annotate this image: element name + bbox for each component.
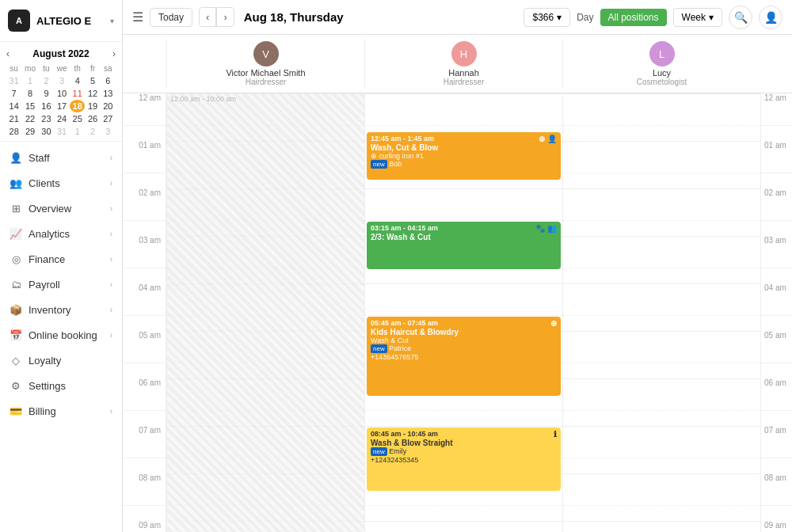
appt-time: 🐾 👥03:15 am - 04:15 am — [371, 224, 557, 232]
online-booking-icon: 📅 — [10, 329, 22, 341]
time-slot: 03 am — [123, 236, 166, 268]
cal-day[interactable]: 26 — [85, 112, 100, 125]
appt-icons: ℹ — [554, 430, 557, 439]
cal-day[interactable]: 9 — [39, 87, 54, 100]
cal-day[interactable]: 10 — [54, 87, 70, 100]
sidebar-chevron-icon[interactable]: ▾ — [110, 17, 114, 25]
nav-item-left: 👤 Staff — [10, 151, 50, 164]
time-label: 02 am — [764, 188, 786, 197]
staff-name: Lucy — [653, 68, 671, 78]
cal-day[interactable]: 4 — [70, 74, 85, 87]
prev-date-button[interactable]: ‹ — [199, 7, 216, 27]
overview-icon: ⊞ — [10, 202, 22, 215]
cal-day[interactable]: 21 — [6, 112, 21, 125]
cal-day[interactable]: 24 — [54, 112, 70, 125]
profile-button[interactable]: 👤 — [759, 6, 782, 29]
week-button[interactable]: Week ▾ — [673, 8, 722, 27]
calendar-body[interactable]: 12 am01 am02 am03 am04 am05 am06 am07 am… — [123, 93, 792, 532]
cal-day[interactable]: 22 — [21, 112, 39, 125]
cal-prev-button[interactable]: ‹ — [6, 48, 10, 59]
topbar-right: $366 ▾ Day All positions Week ▾ 🔍 👤 — [524, 6, 782, 29]
hour-line — [563, 236, 760, 268]
clients-icon: 👥 — [10, 177, 22, 189]
cal-day[interactable]: 15 — [21, 100, 39, 112]
sidebar-item-settings[interactable]: ⚙ Settings — [0, 373, 122, 398]
time-label: 12 am — [764, 93, 786, 102]
sidebar-item-clients[interactable]: 👥 Clients › — [0, 170, 122, 196]
cal-day[interactable]: 14 — [6, 100, 21, 112]
appointment-block[interactable]: ℹ08:45 am - 10:45 am Wash & Blow Straigh… — [367, 428, 561, 491]
cal-day[interactable]: 19 — [85, 100, 100, 112]
cal-day[interactable]: 28 — [6, 125, 21, 138]
cal-day[interactable]: 12 — [85, 87, 100, 100]
half-hour-line — [123, 315, 166, 331]
cal-day[interactable]: 3 — [101, 125, 116, 138]
hour-line — [563, 93, 760, 125]
cal-day[interactable]: 23 — [39, 112, 54, 125]
cal-day[interactable]: 31 — [6, 74, 21, 87]
cal-weekday: su — [6, 63, 21, 74]
nav-chevron-icon: › — [110, 306, 112, 314]
menu-button[interactable]: ☰ — [132, 10, 143, 25]
cal-weekday: fr — [85, 63, 100, 74]
hour-line — [563, 141, 760, 173]
cal-day[interactable]: 18 — [70, 100, 85, 112]
appt-icons: ⊕ — [550, 319, 557, 328]
week-arrow-icon: ▾ — [709, 12, 714, 23]
sidebar-item-analytics[interactable]: 📈 Analytics › — [0, 221, 122, 246]
time-label: 06 am — [764, 378, 786, 387]
cal-day[interactable]: 5 — [85, 74, 100, 87]
cal-day[interactable]: 30 — [39, 125, 54, 138]
sidebar-item-staff[interactable]: 👤 Staff › — [0, 145, 122, 170]
cal-day[interactable]: 29 — [21, 125, 39, 138]
staff-row: V Victor Michael Smith Hairdresser H Han… — [123, 35, 792, 93]
date-title: Aug 18, Thursday — [244, 10, 518, 24]
cal-day[interactable]: 17 — [54, 100, 70, 112]
nav-chevron-icon: › — [110, 255, 112, 264]
next-date-button[interactable]: › — [216, 7, 234, 27]
sidebar-item-payroll[interactable]: 🗂 Payroll › — [0, 272, 122, 297]
sidebar-item-overview[interactable]: ⊞ Overview › — [0, 196, 122, 221]
cal-day[interactable]: 11 — [70, 87, 85, 100]
cal-next-button[interactable]: › — [112, 48, 116, 59]
sidebar-item-finance[interactable]: ◎ Finance › — [0, 246, 122, 272]
time-slot: 09 am — [761, 521, 792, 532]
inventory-icon: 📦 — [10, 303, 22, 316]
cal-day[interactable]: 3 — [54, 74, 70, 87]
cal-day[interactable]: 2 — [39, 74, 54, 87]
staff-col-hannah: H Hannah Hairdresser — [364, 40, 562, 88]
today-button[interactable]: Today — [150, 8, 192, 27]
half-hour-line — [123, 173, 166, 188]
cal-day[interactable]: 31 — [54, 125, 70, 138]
positions-button[interactable]: All positions — [600, 9, 667, 26]
cal-day[interactable]: 1 — [70, 125, 85, 138]
half-line — [365, 410, 562, 426]
cal-day[interactable]: 20 — [101, 100, 116, 112]
nav-item-left: 📦 Inventory — [10, 303, 70, 316]
sidebar-item-billing[interactable]: 💳 Billing › — [0, 398, 122, 424]
time-label: 09 am — [764, 521, 786, 530]
cal-day[interactable]: 13 — [101, 87, 116, 100]
time-label: 01 am — [139, 141, 161, 150]
cal-day[interactable]: 27 — [101, 112, 116, 125]
cal-day[interactable]: 7 — [6, 87, 21, 100]
cal-day[interactable]: 2 — [85, 125, 100, 138]
staff-time-spacer — [123, 40, 166, 88]
sidebar-item-inventory[interactable]: 📦 Inventory › — [0, 297, 122, 322]
time-label: 06 am — [139, 378, 161, 387]
sidebar-item-online-booking[interactable]: 📅 Online booking › — [0, 322, 122, 348]
cal-day[interactable]: 1 — [21, 74, 39, 87]
cal-day[interactable]: 16 — [39, 100, 54, 112]
cal-day[interactable]: 8 — [21, 87, 39, 100]
cal-grid: sumotuwethfrsa 3112345678910111213141516… — [6, 63, 116, 138]
time-label: 07 am — [764, 426, 786, 435]
search-button[interactable]: 🔍 — [729, 6, 752, 29]
appointment-block[interactable]: 🐾 👥03:15 am - 04:15 am 2/3: Wash & Cut — [367, 222, 561, 269]
sidebar-item-loyalty[interactable]: ◇ Loyalty — [0, 348, 122, 373]
cal-day[interactable]: 6 — [101, 74, 116, 87]
appointment-block[interactable]: ⊕05:45 am - 07:45 am Kids Haircut & Blow… — [367, 317, 561, 396]
cal-day[interactable]: 25 — [70, 112, 85, 125]
price-button[interactable]: $366 ▾ — [524, 8, 570, 27]
appointment-block[interactable]: ⊕ 👤12:45 am - 1:45 am Wash, Cut & Blow ⊕… — [367, 132, 561, 180]
hour-line — [563, 378, 760, 410]
